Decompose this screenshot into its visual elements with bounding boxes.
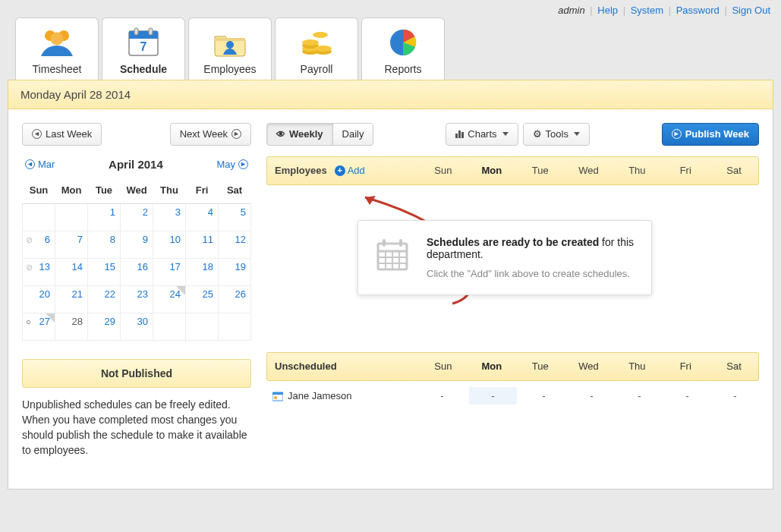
calendar-day-link[interactable]: 2	[143, 206, 148, 218]
calendar-day-cell[interactable]: 21	[55, 285, 88, 313]
calendar-day-cell[interactable]: 9	[121, 231, 153, 258]
calendar-day-cell[interactable]: 30	[121, 313, 153, 340]
tab-employees[interactable]: Employees	[188, 17, 272, 80]
calendar-day-link[interactable]: 9	[143, 234, 148, 245]
topbar-link-system[interactable]: System	[631, 5, 663, 16]
calendar-day-cell[interactable]: 29	[88, 313, 121, 340]
gear-icon: ⚙	[533, 128, 542, 140]
weekly-view-button[interactable]: 👁 Weekly	[266, 123, 333, 146]
arrow-left-icon: ◄	[32, 129, 42, 139]
calendar-day-cell[interactable]: 11	[186, 231, 219, 258]
schedule-cell[interactable]: -	[568, 390, 616, 401]
calendar-day-link[interactable]: 22	[105, 288, 115, 300]
calendar-day-cell[interactable]: 2	[121, 203, 153, 231]
prev-month-link[interactable]: ◄ Mar	[25, 159, 55, 170]
calendar-day-cell[interactable]: 4	[186, 203, 219, 231]
tab-timesheet[interactable]: Timesheet	[15, 17, 99, 80]
calendar-day-cell[interactable]: ○27	[23, 313, 55, 340]
calendar-day-cell[interactable]: 14	[55, 258, 88, 285]
calendar-day-cell[interactable]: 28	[55, 313, 88, 340]
calendar-day-cell[interactable]: 3	[153, 203, 186, 231]
calendar-day-cell[interactable]: 20	[23, 285, 55, 313]
calendar-day-link[interactable]: 12	[235, 234, 246, 245]
charts-dropdown[interactable]: Charts	[446, 123, 518, 146]
calendar-day-link[interactable]: 16	[137, 261, 148, 272]
calendar-day-link[interactable]: 3	[175, 206, 181, 218]
schedule-cell[interactable]: -	[520, 390, 568, 401]
calendar-day-link[interactable]: 13	[39, 261, 50, 272]
publish-status-box: Not Published	[22, 359, 251, 388]
calendar-day-cell[interactable]: 8	[88, 231, 121, 258]
schedule-cell[interactable]: -	[418, 390, 466, 401]
current-user: admin	[558, 5, 584, 16]
calendar-day-link[interactable]: 5	[241, 206, 246, 218]
calendar-day-link[interactable]: 11	[203, 234, 213, 245]
calendar-day-cell[interactable]: 22	[88, 285, 121, 313]
calendar-day-link[interactable]: 29	[105, 316, 115, 327]
calendar-day-cell	[23, 203, 55, 231]
calendar-day-cell	[219, 313, 251, 340]
calendar-day-cell[interactable]: 18	[186, 258, 219, 285]
topbar-link-signout[interactable]: Sign Out	[732, 5, 770, 16]
publish-week-label: Publish Week	[685, 128, 749, 140]
chart-icon	[455, 131, 464, 138]
schedule-cell[interactable]: -	[711, 390, 759, 401]
publish-week-button[interactable]: ► Publish Week	[662, 123, 759, 146]
calendar-day-link[interactable]: 19	[235, 261, 246, 272]
next-month-label: May	[216, 159, 235, 170]
calendar-day-cell[interactable]: 1	[88, 203, 121, 231]
calendar-day-link[interactable]: 30	[137, 316, 148, 327]
calendar-day-cell[interactable]: 25	[186, 285, 219, 313]
chevron-down-icon	[502, 132, 509, 136]
calendar-day-cell[interactable]: 10	[153, 231, 186, 258]
tools-dropdown[interactable]: ⚙ Tools	[523, 123, 590, 146]
last-week-button[interactable]: ◄ Last Week	[22, 123, 102, 146]
employees-header: Employees	[275, 165, 327, 176]
calendar-day-link[interactable]: 4	[208, 206, 213, 218]
tab-payroll[interactable]: Payroll	[275, 17, 358, 80]
calendar-day-link[interactable]: 15	[105, 261, 115, 272]
next-week-button[interactable]: Next Week ►	[170, 123, 251, 146]
employee-cell[interactable]: Jane Jameson	[266, 390, 418, 401]
calendar-day-cell[interactable]: 5	[219, 203, 251, 231]
calendar-day-link[interactable]: 10	[170, 234, 181, 245]
schedule-cell[interactable]: -	[663, 390, 711, 401]
calendar-day-cell[interactable]: 15	[88, 258, 121, 285]
arrow-right-icon: ►	[238, 159, 248, 169]
svg-point-28	[274, 396, 277, 399]
add-employee-link[interactable]: + Add	[335, 165, 365, 176]
schedule-cell[interactable]: -	[469, 387, 517, 405]
daily-view-button[interactable]: Daily	[332, 123, 374, 146]
tab-schedule[interactable]: 7 Schedule	[102, 17, 185, 80]
calendar-day-link[interactable]: 23	[137, 288, 148, 300]
calendar-day-cell[interactable]: ⊘6	[23, 231, 55, 258]
calendar-day-link[interactable]: 1	[110, 206, 115, 218]
calendar-day-link[interactable]: 18	[203, 261, 213, 272]
schedule-cell[interactable]: -	[616, 390, 663, 401]
weekly-label: Weekly	[289, 128, 323, 140]
calendar-day-cell[interactable]: 17	[153, 258, 186, 285]
calendar-day-cell[interactable]: 19	[219, 258, 251, 285]
calendar-day-link[interactable]: 17	[170, 261, 181, 272]
calendar-day-link[interactable]: 20	[39, 288, 50, 300]
day-header: Tue	[516, 165, 565, 176]
calendar-day-link[interactable]: 14	[72, 261, 83, 272]
calendar-day-cell[interactable]: 24	[153, 285, 186, 313]
calendar-day-cell[interactable]: 7	[55, 231, 88, 258]
topbar-link-password[interactable]: Password	[676, 5, 720, 16]
calendar-day-cell[interactable]: 12	[219, 231, 251, 258]
calendar-day-link[interactable]: 6	[45, 234, 50, 245]
calendar-day-cell[interactable]: ⊘13	[23, 258, 55, 285]
calendar-day-cell[interactable]: 26	[219, 285, 251, 313]
calendar-day-cell[interactable]: 16	[121, 258, 153, 285]
calendar-day-link[interactable]: 26	[235, 288, 246, 300]
next-month-link[interactable]: May ►	[216, 159, 248, 170]
add-label: Add	[348, 165, 365, 176]
calendar-day-link[interactable]: 25	[203, 288, 213, 300]
tab-reports[interactable]: Reports	[361, 17, 445, 80]
topbar-link-help[interactable]: Help	[597, 5, 618, 16]
calendar-day-link[interactable]: 21	[72, 288, 83, 300]
calendar-day-link[interactable]: 7	[77, 234, 83, 245]
calendar-day-link[interactable]: 8	[110, 234, 115, 245]
calendar-day-cell[interactable]: 23	[121, 285, 153, 313]
